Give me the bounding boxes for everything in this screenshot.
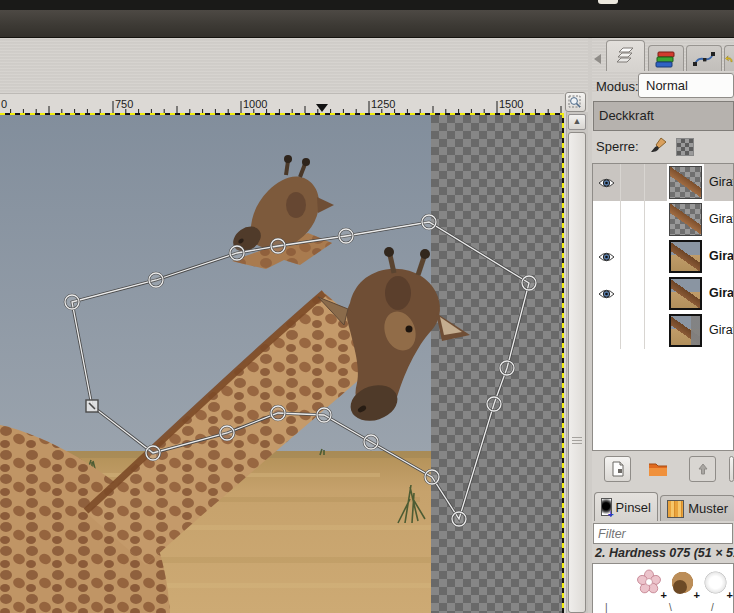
layer-list[interactable]: GirafGirafGiraGiraGiraf <box>592 163 734 451</box>
raise-layer-button[interactable] <box>689 456 716 482</box>
lock-label: Sperre: <box>596 139 639 154</box>
layer-row[interactable]: Gira <box>593 275 733 312</box>
layer-thumbnail <box>669 314 702 347</box>
svg-text:1250: 1250 <box>371 98 395 110</box>
tab-patterns[interactable]: Muster <box>660 495 734 521</box>
channels-icon <box>654 49 678 69</box>
layer-link-cell[interactable] <box>620 238 645 275</box>
layer-visibility-toggle[interactable] <box>593 238 621 275</box>
layer-name: Giraf <box>709 312 734 349</box>
layer-name: Gira <box>709 238 734 275</box>
new-layer-icon <box>610 460 626 478</box>
layer-visibility-toggle[interactable] <box>593 201 621 238</box>
lock-alpha-icon[interactable] <box>676 138 694 156</box>
layer-name: Giraf <box>709 164 734 201</box>
patterns-tab-label: Muster <box>688 501 728 516</box>
svg-text:0: 0 <box>1 98 7 110</box>
transparent-checkerboard <box>431 113 564 613</box>
window-titlebar[interactable] <box>0 0 734 10</box>
layer-visibility-toggle[interactable] <box>593 312 621 349</box>
scrollbar-thumb-grip <box>572 437 582 445</box>
brush-row2-hint: \ <box>669 602 672 613</box>
layer-thumbnail <box>669 240 702 273</box>
brush-item-hardness[interactable]: + <box>700 567 731 598</box>
brush-item-flower[interactable]: + <box>634 567 665 598</box>
layer-link-cell[interactable] <box>620 312 645 349</box>
horizontal-ruler[interactable]: 0750100012501500 <box>0 93 564 114</box>
layer-boundary-dashes-right <box>562 113 564 613</box>
opacity-slider[interactable]: Deckkraft <box>593 101 734 131</box>
brush-filter-input[interactable] <box>593 523 733 544</box>
svg-text:750: 750 <box>115 98 133 110</box>
menubar-strip <box>0 10 734 38</box>
new-layer-group-button[interactable] <box>644 456 671 482</box>
svg-text:1000: 1000 <box>243 98 267 110</box>
tab-paths[interactable] <box>686 45 722 71</box>
eye-icon <box>598 177 615 189</box>
layer-link-cell[interactable] <box>620 164 645 201</box>
paths-icon <box>691 49 717 69</box>
lower-layer-button[interactable] <box>729 456 734 482</box>
zoom-follow-window-button[interactable] <box>565 92 586 112</box>
pattern-tab-icon <box>667 500 684 518</box>
layer-mode-dropdown[interactable]: Normal <box>638 73 734 98</box>
layer-name: Giraf <box>709 201 734 238</box>
layer-visibility-toggle[interactable] <box>593 275 621 312</box>
selected-brush-label: 2. Hardness 075 (51 × 51) <box>595 546 734 560</box>
brush-plus-icon: + <box>727 589 733 601</box>
eye-icon <box>598 288 615 300</box>
tab-channels[interactable] <box>648 45 684 71</box>
layers-icon <box>614 45 638 67</box>
undo-history-icon <box>725 49 734 69</box>
brush-row2-hint: | <box>605 602 608 613</box>
lock-pixels-brush-icon[interactable] <box>649 135 669 155</box>
layer-boundary-dashes-top <box>0 113 564 115</box>
layer-thumbnail <box>669 166 702 199</box>
layer-visibility-toggle[interactable] <box>593 164 621 201</box>
brush-item-clipboard[interactable]: + <box>667 567 698 598</box>
brush-tab-icon: + <box>601 498 612 516</box>
layer-row[interactable]: Gira <box>593 238 733 275</box>
layer-row[interactable]: Giraf <box>593 201 733 238</box>
brush-item-pixel[interactable] <box>601 567 632 598</box>
mode-label: Modus: <box>596 79 639 94</box>
tab-brushes[interactable]: + Pinsel <box>594 492 658 521</box>
dock-tab-scroll-left-icon[interactable] <box>594 54 601 64</box>
layer-thumbnail <box>669 277 702 310</box>
eye-icon <box>598 251 615 263</box>
folder-icon <box>647 460 669 478</box>
layer-row[interactable]: Giraf <box>593 312 733 349</box>
layer-link-cell[interactable] <box>620 201 645 238</box>
scrollbar-thumb[interactable] <box>568 132 586 613</box>
image-canvas[interactable] <box>0 113 564 613</box>
magnifier-icon <box>566 93 585 111</box>
svg-text:1500: 1500 <box>499 98 523 110</box>
titlebar-tab-stub <box>598 0 618 4</box>
new-layer-button[interactable] <box>604 456 631 482</box>
layer-link-cell[interactable] <box>620 275 645 312</box>
scrollbar-up-arrow[interactable]: ▲ <box>568 114 586 130</box>
tab-undo-history[interactable] <box>724 45 734 71</box>
brush-grid[interactable]: + + + | \ / <box>592 563 734 613</box>
brushes-tab-label: Pinsel <box>616 500 651 515</box>
layer-name: Gira <box>709 275 734 312</box>
up-arrow-icon <box>697 462 709 476</box>
layer-thumbnail <box>669 203 702 236</box>
ruler-pointer-icon <box>316 104 328 112</box>
brush-row2-hint: / <box>711 602 714 613</box>
layer-row[interactable]: Giraf <box>593 164 733 201</box>
layers-dock-panel: Modus: Normal Deckkraft Sperre: GirafGir… <box>592 38 734 613</box>
ruler-ticks: 0750100012501500 <box>0 94 564 114</box>
tab-layers[interactable] <box>606 40 645 71</box>
